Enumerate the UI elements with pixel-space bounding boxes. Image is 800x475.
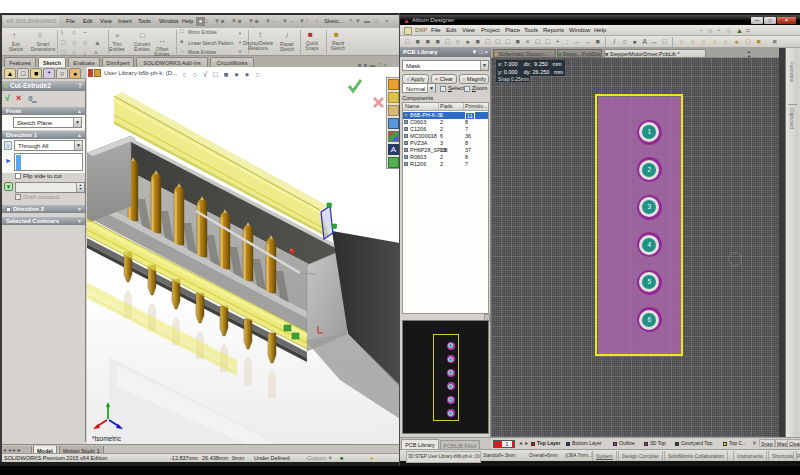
- svg-text:*Isometric: *Isometric: [92, 435, 122, 442]
